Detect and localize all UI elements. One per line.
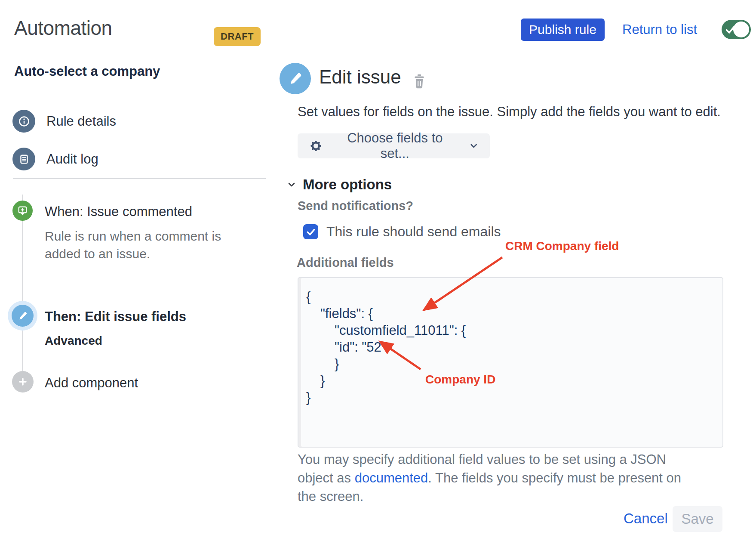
additional-fields-label: Additional fields [297, 256, 394, 270]
send-emails-checkbox-row[interactable]: This rule should send emails [303, 224, 501, 240]
save-button[interactable]: Save [673, 506, 722, 532]
json-line: } [306, 355, 714, 372]
sidebar-divider [13, 178, 266, 179]
sidebar-item-audit-log[interactable]: Audit log [12, 148, 98, 170]
json-line: "customfield_11011": { [306, 322, 714, 339]
edit-issue-icon [280, 63, 311, 94]
audit-log-icon [12, 148, 35, 170]
checkbox-checked-icon[interactable] [303, 224, 318, 239]
action-item-subtitle: Advanced [45, 334, 102, 348]
send-notifications-label: Send notifications? [298, 199, 413, 213]
documented-link[interactable]: documented [355, 470, 428, 485]
pencil-icon [12, 305, 34, 327]
json-line: } [306, 389, 714, 406]
return-to-list-link[interactable]: Return to list [622, 22, 697, 37]
automation-rule-editor: Automation DRAFT Publish rule Return to … [0, 0, 756, 544]
json-line: "fields": { [306, 305, 714, 322]
action-item-title[interactable]: Then: Edit issue fields [45, 309, 186, 325]
timeline-connector [22, 195, 23, 382]
json-help-text: You may specify additional field values … [298, 450, 693, 506]
toggle-knob [733, 22, 749, 37]
trigger-item-description: Rule is run when a comment is added to a… [45, 227, 247, 263]
add-component-button[interactable]: Add component [45, 375, 138, 391]
gear-icon [309, 139, 323, 153]
annotation-company-id: Company ID [425, 373, 495, 386]
json-line: "id": "52" [306, 339, 714, 355]
delete-component-icon[interactable] [412, 73, 427, 90]
status-badge: DRAFT [214, 27, 261, 46]
annotation-crm-company-field: CRM Company field [505, 239, 619, 253]
component-title: Edit issue [319, 66, 401, 88]
choose-fields-label: Choose fields to set... [332, 130, 457, 161]
additional-fields-json-editor[interactable]: { "fields": { "customfield_11011": { "id… [298, 277, 723, 448]
info-icon [12, 110, 35, 133]
sidebar-item-label: Audit log [46, 151, 98, 167]
chevron-down-icon [469, 141, 479, 151]
component-description: Set values for fields on the issue. Simp… [298, 104, 721, 120]
rule-name-heading: Auto-select a company [14, 64, 160, 79]
more-options-label: More options [303, 176, 392, 193]
plus-icon[interactable] [12, 371, 34, 393]
comment-plus-icon [12, 201, 33, 221]
more-options-toggle[interactable]: More options [286, 176, 392, 193]
trigger-item-title[interactable]: When: Issue commented [45, 204, 192, 219]
choose-fields-dropdown[interactable]: Choose fields to set... [298, 133, 490, 158]
cancel-button[interactable]: Cancel [624, 510, 668, 527]
publish-rule-button[interactable]: Publish rule [521, 19, 605, 41]
rule-enabled-toggle[interactable] [722, 20, 751, 39]
sidebar-item-label: Rule details [46, 114, 116, 129]
checkbox-label: This rule should send emails [326, 224, 501, 240]
page-title: Automation [14, 16, 112, 40]
sidebar-item-rule-details[interactable]: Rule details [12, 110, 116, 133]
chevron-down-icon [286, 179, 297, 190]
json-line: } [306, 372, 714, 389]
json-line: { [306, 288, 714, 305]
